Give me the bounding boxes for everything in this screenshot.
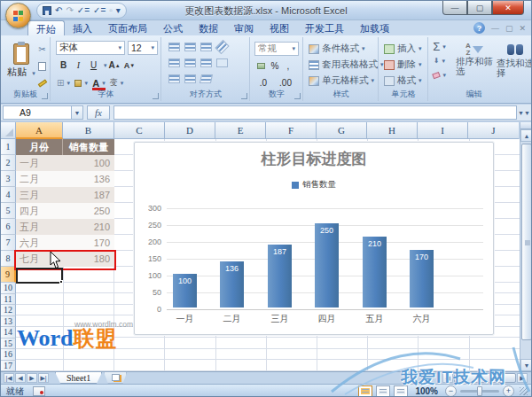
bar-may[interactable]: 210: [363, 237, 387, 307]
tab-developer[interactable]: 开发工具: [297, 20, 352, 35]
formula-bar-expand-icon[interactable]: ▼▼: [519, 105, 529, 120]
prev-sheet-icon[interactable]: ◀: [15, 373, 26, 383]
sheet-tab-sheet1[interactable]: Sheet1: [55, 372, 102, 384]
table-row[interactable]: 二月136: [16, 171, 114, 187]
bold-button[interactable]: B: [56, 58, 71, 72]
cell-styles-button[interactable]: 单元格样式▾: [307, 73, 384, 89]
align-top-icon[interactable]: [168, 43, 180, 51]
page-layout-view-icon[interactable]: [376, 385, 390, 397]
next-sheet-icon[interactable]: ▶: [27, 373, 37, 383]
table-row[interactable]: 一月100: [16, 155, 114, 171]
maximize-button[interactable]: ▢: [467, 1, 492, 15]
name-box-dropdown-icon[interactable]: ▼: [72, 105, 83, 120]
delete-cells-button[interactable]: 删除▾: [382, 57, 422, 73]
number-format-select[interactable]: 常规▾: [254, 42, 299, 56]
tab-view[interactable]: 视图: [262, 20, 297, 35]
align-left-icon[interactable]: [168, 58, 180, 67]
active-cell-a9[interactable]: [16, 268, 63, 284]
insert-cells-button[interactable]: 插入▾: [382, 41, 422, 57]
paste-button[interactable]: 粘贴 ▾: [6, 41, 36, 92]
increase-decimal-icon[interactable]: .0: [254, 76, 272, 90]
column-chart[interactable]: 柱形目标进度图 销售数量 300 250 200 150 100 50 0 10…: [134, 142, 494, 335]
column-header-a[interactable]: A: [16, 122, 63, 139]
row-header-17[interactable]: 17: [1, 361, 16, 372]
workbook-restore-icon[interactable]: ▢: [505, 24, 513, 33]
bar-jan[interactable]: 100: [173, 274, 197, 307]
tab-home[interactable]: 开始: [27, 20, 65, 35]
font-size-select[interactable]: 12▾: [128, 41, 158, 55]
copy-icon[interactable]: [35, 59, 50, 73]
column-header-j[interactable]: J: [468, 122, 519, 139]
scroll-right-icon[interactable]: ▶: [517, 373, 528, 383]
borders-icon[interactable]: ⊞▾: [56, 76, 71, 90]
number-dialog-launcher-icon[interactable]: [294, 93, 301, 99]
italic-button[interactable]: I: [71, 58, 86, 72]
alignment-dialog-launcher-icon[interactable]: [241, 93, 247, 99]
wrap-text-icon[interactable]: [200, 74, 213, 83]
normal-view-icon[interactable]: [358, 385, 372, 397]
macro-record-icon[interactable]: [33, 386, 45, 396]
row-header-7[interactable]: 7: [1, 235, 16, 251]
grow-font-button[interactable]: A▲: [107, 58, 122, 72]
fill-color-icon[interactable]: ▾: [74, 76, 89, 90]
fill-icon[interactable]: ⬇▾: [432, 54, 447, 67]
row-header-14[interactable]: 14: [1, 327, 16, 339]
tab-review[interactable]: 审阅: [226, 20, 262, 35]
bar-jun[interactable]: 170: [410, 250, 434, 307]
insert-worksheet-button[interactable]: [104, 372, 127, 384]
decrease-decimal-icon[interactable]: .00: [276, 76, 295, 90]
select-all-corner[interactable]: [1, 122, 16, 139]
tab-formulas[interactable]: 公式: [155, 20, 191, 35]
clipboard-dialog-launcher-icon[interactable]: [42, 93, 48, 99]
orientation-icon[interactable]: [215, 40, 229, 54]
shrink-font-button[interactable]: A▼: [122, 58, 137, 72]
row-header-2[interactable]: 2: [1, 155, 16, 171]
formula-input[interactable]: [113, 105, 517, 120]
column-header-i[interactable]: I: [418, 122, 468, 139]
tab-data[interactable]: 数据: [191, 20, 226, 35]
align-right-icon[interactable]: [200, 58, 212, 67]
row-header-4[interactable]: 4: [1, 187, 16, 203]
tab-page-layout[interactable]: 页面布局: [100, 20, 155, 35]
column-header-d[interactable]: D: [165, 122, 215, 139]
office-button[interactable]: [5, 3, 31, 28]
name-box[interactable]: A9: [3, 105, 72, 120]
bar-apr[interactable]: 250: [315, 223, 339, 307]
workbook-minimize-icon[interactable]: —: [491, 24, 499, 33]
last-sheet-icon[interactable]: ▶|: [38, 373, 49, 383]
comma-style-icon[interactable]: ,: [283, 59, 293, 73]
format-as-table-button[interactable]: 套用表格格式▾: [307, 57, 384, 73]
decrease-indent-icon[interactable]: [168, 74, 180, 83]
table-row[interactable]: 三月187: [16, 187, 114, 203]
column-header-h[interactable]: H: [367, 122, 418, 139]
help-icon[interactable]: ?: [473, 22, 485, 34]
cut-icon[interactable]: ✂: [35, 43, 50, 56]
find-select-button[interactable]: 查找和选择: [497, 43, 532, 78]
autosum-icon[interactable]: Σ▾: [432, 40, 447, 53]
tab-insert[interactable]: 插入: [65, 20, 100, 35]
column-header-b[interactable]: B: [63, 122, 114, 139]
row-header-1[interactable]: 1: [1, 139, 16, 155]
fill-handle[interactable]: [59, 280, 63, 284]
format-cells-button[interactable]: 格式▾: [382, 73, 422, 89]
row-header-13[interactable]: 13: [1, 316, 16, 328]
font-color-icon[interactable]: A▾: [91, 76, 106, 90]
workbook-close-icon[interactable]: ✕: [519, 24, 526, 33]
row-header-10[interactable]: 10: [1, 283, 16, 294]
column-header-g[interactable]: G: [317, 122, 367, 139]
row-header-16[interactable]: 16: [1, 349, 16, 361]
font-dialog-launcher-icon[interactable]: [153, 93, 159, 99]
percent-style-icon[interactable]: %: [269, 59, 281, 73]
row-header-12[interactable]: 12: [1, 305, 16, 316]
align-center-icon[interactable]: [184, 58, 196, 67]
column-header-e[interactable]: E: [215, 122, 266, 139]
row-header-11[interactable]: 11: [1, 294, 16, 306]
bar-feb[interactable]: 136: [220, 261, 244, 307]
table-row[interactable]: 六月170: [16, 235, 114, 251]
row-header-5[interactable]: 5: [1, 203, 16, 219]
table-header-sales[interactable]: 销售数量: [63, 139, 114, 155]
underline-button[interactable]: U: [86, 58, 101, 72]
row-header-15[interactable]: 15: [1, 339, 16, 350]
accounting-format-icon[interactable]: [254, 59, 267, 73]
insert-function-button[interactable]: fx: [87, 105, 110, 120]
